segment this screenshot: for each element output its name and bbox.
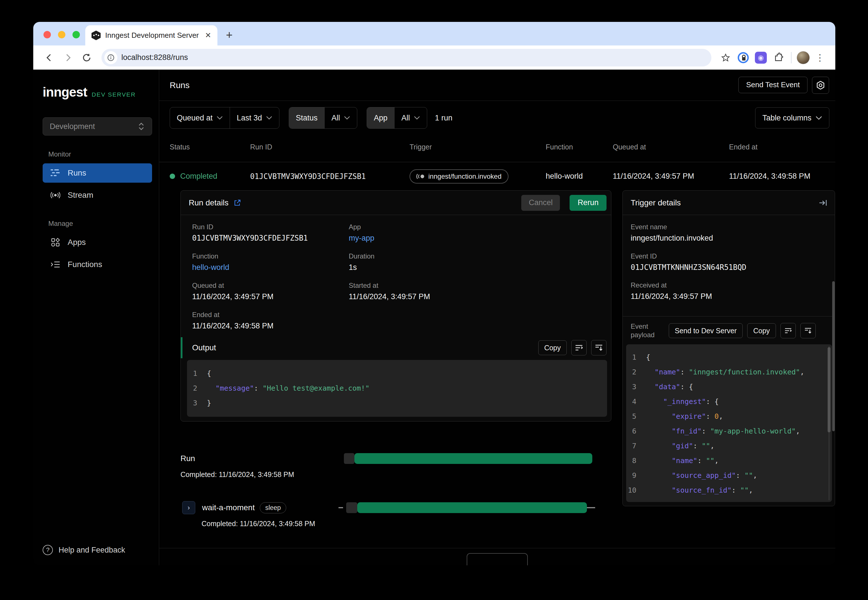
- chevron-down-icon: [266, 116, 272, 120]
- updown-chevron-icon: [138, 122, 145, 131]
- sidebar-section-monitor: Monitor: [48, 150, 159, 158]
- output-code-block[interactable]: 1{2 "message": "Hello test@example.com!"…: [187, 360, 607, 417]
- run-details-fields: Run ID 01JCVBTMV3WXY9D3CFDEJFZSB1 App my…: [181, 215, 611, 333]
- started-at-value: 11/16/2024, 3:49:57 PM: [349, 292, 600, 301]
- password-manager-icon[interactable]: [736, 50, 751, 65]
- field-label: Ended at: [192, 311, 349, 319]
- time-range-dropdown[interactable]: Last 3d: [230, 108, 279, 129]
- output-copy-button[interactable]: Copy: [538, 340, 567, 355]
- run-timeline: Run Completed: 11/16/2024, 3:49:58 PM › …: [181, 450, 612, 528]
- step-name: wait-a-moment: [202, 503, 255, 512]
- sidebar-item-stream[interactable]: Stream: [42, 185, 152, 205]
- minimize-window-button[interactable]: [58, 31, 65, 38]
- new-tab-button[interactable]: +: [226, 29, 232, 41]
- app-filter-dropdown[interactable]: All: [394, 108, 427, 129]
- field-label: Function: [192, 252, 349, 260]
- received-at-value: 11/16/2024, 3:49:57 PM: [631, 292, 827, 301]
- browser-window: Inngest Development Server ✕ + localhost…: [33, 22, 835, 565]
- close-window-button[interactable]: [44, 31, 51, 38]
- time-filter: Queued at Last 3d: [170, 107, 279, 129]
- browser-menu-icon[interactable]: ⋮: [813, 50, 827, 65]
- payload-copy-button[interactable]: Copy: [747, 323, 775, 338]
- runs-icon: [51, 169, 60, 177]
- settings-gear-button[interactable]: [812, 77, 829, 94]
- code-line: 5 "expire": 0,: [626, 409, 832, 424]
- expand-step-button[interactable]: ›: [182, 501, 195, 514]
- ended-at-value: 11/16/2024, 3:49:58 PM: [192, 321, 349, 330]
- event-pulse-icon: [416, 173, 425, 180]
- field-label: Queued at: [192, 282, 349, 289]
- browser-tab[interactable]: Inngest Development Server ✕: [85, 25, 217, 45]
- sidebar-item-runs[interactable]: Runs: [42, 164, 152, 183]
- table-columns-label: Table columns: [762, 114, 812, 123]
- word-wrap-icon[interactable]: [780, 323, 796, 338]
- tab-bar: Inngest Development Server ✕ +: [33, 22, 835, 45]
- table-columns-dropdown[interactable]: Table columns: [755, 108, 829, 129]
- scroll-to-bottom-icon[interactable]: [800, 323, 816, 338]
- external-link-icon[interactable]: [234, 199, 241, 206]
- extensions-puzzle-icon[interactable]: [771, 50, 786, 65]
- stream-icon: [51, 191, 60, 199]
- payload-scrollbar-thumb[interactable]: [828, 347, 830, 432]
- column-function: Function: [546, 143, 613, 162]
- timeline-run-label: Run: [181, 454, 195, 463]
- field-label: Started at: [349, 282, 600, 289]
- load-more-button[interactable]: [467, 553, 528, 565]
- environment-selector-value: Development: [50, 122, 95, 131]
- time-field-dropdown[interactable]: Queued at: [170, 108, 230, 129]
- main-scrollbar-thumb[interactable]: [832, 281, 835, 431]
- trigger-pill[interactable]: inngest/function.invoked: [410, 169, 508, 183]
- run-details-title: Run details: [189, 198, 229, 208]
- trigger-details-fields: Event name inngest/function.invoked Even…: [623, 215, 835, 313]
- function-link[interactable]: hello-world: [192, 263, 349, 272]
- field-label: Run ID: [192, 223, 349, 231]
- trigger-name: inngest/function.invoked: [428, 173, 502, 180]
- maximize-window-button[interactable]: [73, 31, 80, 38]
- toolbar-divider: [791, 52, 792, 64]
- sidebar: inngest DEV SERVER Development Monitor R…: [33, 70, 159, 565]
- event-payload-code-block[interactable]: 1{2 "name": "inngest/function.invoked",3…: [626, 344, 832, 502]
- step-completed-text: Completed: 11/16/2024, 3:49:58 PM: [181, 520, 612, 528]
- extension-app-icon[interactable]: ◉: [753, 50, 768, 65]
- back-icon[interactable]: [41, 50, 57, 66]
- reload-icon[interactable]: [79, 50, 95, 66]
- sidebar-item-label: Stream: [68, 191, 93, 200]
- environment-selector[interactable]: Development: [42, 117, 152, 135]
- tab-close-icon[interactable]: ✕: [205, 31, 211, 40]
- trigger-details-title: Trigger details: [631, 198, 681, 208]
- code-line: 3}: [187, 396, 607, 411]
- send-test-event-button[interactable]: Send Test Event: [738, 77, 807, 93]
- collapse-panel-icon[interactable]: [819, 199, 827, 207]
- time-range-value: Last 3d: [237, 114, 262, 123]
- send-to-dev-server-button[interactable]: Send to Dev Server: [669, 323, 743, 338]
- main-content: Runs Send Test Event Queued at Last 3d: [159, 70, 835, 565]
- bookmark-star-icon[interactable]: [718, 50, 733, 65]
- help-and-feedback[interactable]: ? Help and Feedback: [42, 545, 125, 555]
- word-wrap-icon[interactable]: [571, 340, 587, 355]
- address-bar[interactable]: localhost:8288/runs: [102, 49, 712, 67]
- queue-segment: [344, 453, 354, 464]
- page-title: Runs: [170, 80, 190, 90]
- cancel-button[interactable]: Cancel: [521, 195, 560, 211]
- profile-avatar[interactable]: [797, 51, 810, 64]
- site-info-icon[interactable]: [104, 51, 117, 64]
- status-dot: [170, 174, 175, 179]
- event-payload-header: Event payload Send to Dev Server Copy: [623, 317, 835, 343]
- run-duration-bar[interactable]: [354, 453, 592, 464]
- chevron-down-icon: [815, 116, 822, 120]
- forward-icon[interactable]: [60, 50, 76, 66]
- table-row[interactable]: Completed 01JCVBTMV3WXY9D3CFDEJFZSB1 inn…: [159, 162, 835, 190]
- event-payload-label: Event payload: [631, 322, 664, 339]
- column-status: Status: [170, 143, 250, 162]
- sidebar-item-functions[interactable]: Functions: [42, 255, 152, 274]
- status-filter-dropdown[interactable]: All: [324, 108, 357, 129]
- sidebar-item-apps[interactable]: Apps: [42, 233, 152, 252]
- scroll-to-bottom-icon[interactable]: [591, 340, 607, 355]
- inngest-favicon: [91, 31, 101, 40]
- step-duration-bar[interactable]: [357, 502, 587, 513]
- app-filter-value: All: [401, 114, 410, 123]
- bottom-bar: [159, 548, 835, 565]
- rerun-button[interactable]: Rerun: [569, 195, 607, 211]
- code-line: 4 "_inngest": {: [626, 394, 832, 409]
- app-link[interactable]: my-app: [349, 234, 600, 242]
